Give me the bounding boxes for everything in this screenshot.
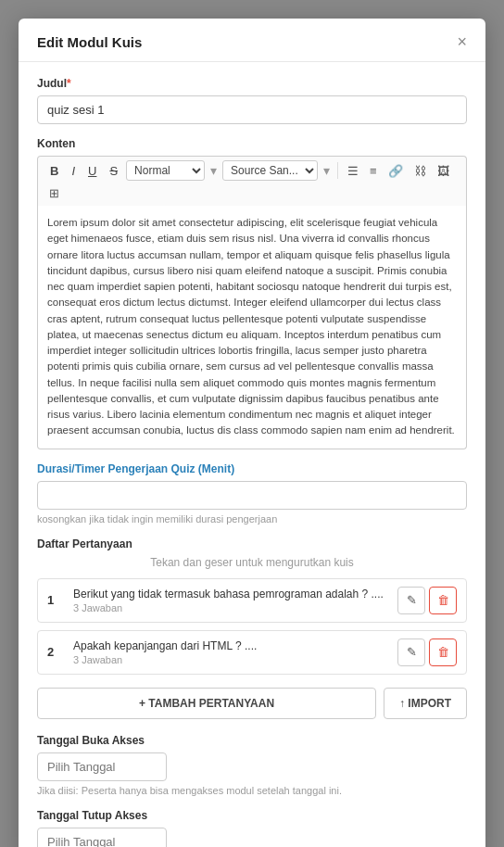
font-dropdown-icon: ▾: [321, 163, 332, 178]
delete-question-2-button[interactable]: 🗑: [429, 638, 457, 666]
question-text-1: Berikut yang tidak termasuk bahasa pemro…: [73, 588, 397, 600]
duration-input[interactable]: [37, 481, 467, 510]
question-answers-2: 3 Jawaban: [73, 654, 397, 665]
tanggal-tutup-label: Tanggal Tutup Akses: [37, 809, 467, 822]
modal-body: Judul* Konten B I U S Normal Heading 1 H…: [19, 62, 485, 847]
link-button[interactable]: 🔗: [384, 162, 407, 180]
add-question-button[interactable]: + TAMBAH PERTANYAAN: [37, 688, 376, 719]
format-dropdown-icon: ▾: [208, 163, 219, 178]
image-button[interactable]: 🖼: [434, 162, 453, 180]
question-item-2: 2 Apakah kepanjangan dari HTML ? .... 3 …: [37, 630, 467, 675]
judul-input[interactable]: [37, 95, 467, 124]
close-button[interactable]: ×: [457, 33, 467, 50]
tanggal-buka-group: Tanggal Buka Akses Jika diisi: Peserta h…: [37, 734, 467, 796]
judul-label: Judul*: [37, 77, 467, 90]
tanggal-tutup-group: Tanggal Tutup Akses Jika diisi: Peserta …: [37, 809, 467, 848]
drag-hint: Tekan dan geser untuk mengurutkan kuis: [37, 556, 467, 569]
duration-label: Durasi/Timer Pengerjaan Quiz (Menit): [37, 462, 467, 475]
import-button[interactable]: ↑ IMPORT: [384, 688, 467, 719]
tanggal-buka-label: Tanggal Buka Akses: [37, 734, 467, 747]
delete-question-1-button[interactable]: 🗑: [429, 587, 457, 614]
unlink-button[interactable]: ⛓: [410, 162, 430, 180]
konten-group: Konten B I U S Normal Heading 1 Heading …: [37, 137, 467, 449]
font-select[interactable]: Source San...: [222, 160, 318, 181]
table-button[interactable]: ⊞: [45, 184, 63, 202]
toolbar-divider-1: [337, 162, 338, 179]
question-answers-1: 3 Jawaban: [73, 602, 397, 613]
questions-group: Daftar Pertanyaan Tekan dan geser untuk …: [37, 537, 467, 675]
duration-group: Durasi/Timer Pengerjaan Quiz (Menit) kos…: [37, 462, 467, 525]
edit-question-2-button[interactable]: ✎: [397, 638, 425, 666]
editor-area[interactable]: Lorem ipsum dolor sit amet consectetur a…: [37, 206, 467, 449]
question-actions-1: ✎ 🗑: [397, 587, 457, 614]
italic-button[interactable]: I: [67, 162, 80, 180]
tanggal-tutup-input[interactable]: [37, 828, 167, 848]
editor-toolbar: B I U S Normal Heading 1 Heading 2 ▾ Sou…: [37, 156, 467, 206]
konten-label: Konten: [37, 137, 467, 150]
action-row: + TAMBAH PERTANYAAN ↑ IMPORT: [37, 688, 467, 719]
list-ol-button[interactable]: ≡: [366, 162, 381, 180]
strikethrough-button[interactable]: S: [105, 162, 122, 180]
tanggal-buka-input[interactable]: [37, 752, 167, 781]
question-text-2: Apakah kepanjangan dari HTML ? ....: [73, 639, 397, 652]
question-number-2: 2: [47, 645, 62, 659]
modal-title: Edit Modul Kuis: [37, 34, 142, 50]
question-content-1: Berikut yang tidak termasuk bahasa pemro…: [73, 588, 397, 613]
question-item: 1 Berikut yang tidak termasuk bahasa pem…: [37, 578, 467, 623]
modal: Edit Modul Kuis × Judul* Konten B I U S …: [19, 19, 485, 847]
question-number-1: 1: [47, 593, 62, 607]
bold-button[interactable]: B: [45, 162, 63, 180]
question-actions-2: ✎ 🗑: [397, 638, 457, 666]
question-content-2: Apakah kepanjangan dari HTML ? .... 3 Ja…: [73, 639, 397, 665]
questions-label: Daftar Pertanyaan: [37, 537, 467, 550]
judul-required: *: [67, 77, 71, 90]
judul-group: Judul*: [37, 77, 467, 124]
list-ul-button[interactable]: ☰: [344, 162, 362, 180]
duration-hint: kosongkan jika tidak ingin memiliki dura…: [37, 513, 467, 525]
tanggal-buka-hint: Jika diisi: Peserta hanya bisa mengakses…: [37, 785, 467, 796]
edit-question-1-button[interactable]: ✎: [397, 587, 425, 614]
underline-button[interactable]: U: [83, 162, 101, 180]
format-select[interactable]: Normal Heading 1 Heading 2: [126, 160, 205, 181]
modal-header: Edit Modul Kuis ×: [19, 19, 485, 62]
